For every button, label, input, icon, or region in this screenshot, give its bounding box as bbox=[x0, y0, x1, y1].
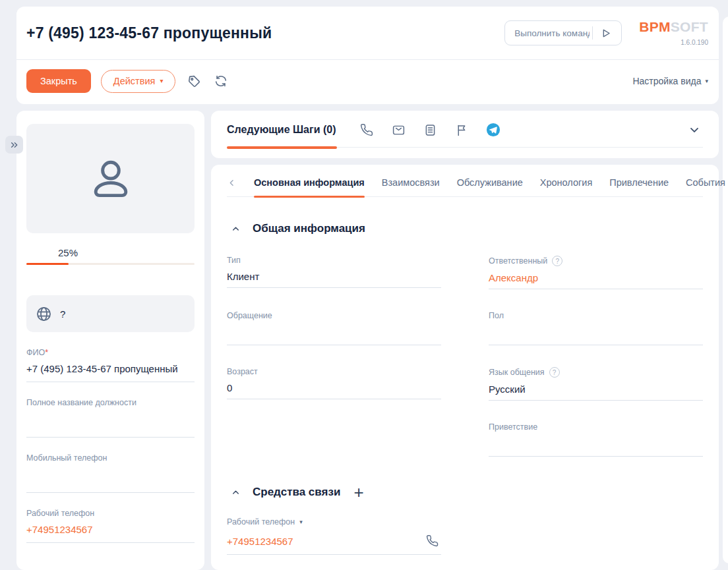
globe-icon bbox=[35, 305, 53, 323]
add-email-button[interactable] bbox=[391, 123, 406, 137]
tab-service[interactable]: Обслуживание bbox=[457, 177, 523, 188]
salutation-value[interactable] bbox=[227, 326, 441, 345]
profile-completeness: 25% bbox=[26, 247, 195, 265]
profile-progress-fill bbox=[26, 263, 69, 265]
refresh-icon bbox=[214, 74, 228, 88]
right-collapsed-panel bbox=[723, 16, 728, 563]
telegram-icon bbox=[486, 122, 501, 138]
field-gender: Пол bbox=[489, 311, 703, 345]
field-salutation: Обращение bbox=[227, 311, 441, 345]
person-icon bbox=[86, 154, 135, 203]
age-value[interactable]: 0 bbox=[227, 382, 441, 399]
fio-label: ФИО bbox=[26, 348, 45, 357]
salutation-label: Обращение bbox=[227, 311, 272, 320]
logo-bpm: BPM bbox=[639, 19, 671, 34]
collapse-communications-button[interactable] bbox=[227, 484, 244, 501]
caret-down-icon: ▾ bbox=[160, 78, 163, 84]
command-separator bbox=[592, 26, 593, 40]
owner-label: Ответственный bbox=[489, 256, 547, 266]
chevron-up-icon bbox=[231, 488, 241, 498]
tab-main-info[interactable]: Основная информация bbox=[254, 177, 365, 188]
tab-engagement[interactable]: Привлечение bbox=[609, 177, 669, 188]
page-title: +7 (495) 123-45-67 пропущенный bbox=[26, 24, 272, 42]
type-label: Тип bbox=[227, 256, 241, 265]
collapse-general-info-button[interactable] bbox=[227, 220, 244, 237]
general-info-grid: Тип Клиент Ответственный ? Александр Обр… bbox=[227, 256, 703, 478]
job-title-value[interactable] bbox=[26, 413, 195, 431]
add-communication-button[interactable]: + bbox=[353, 486, 363, 499]
actions-dropdown[interactable]: Действия ▾ bbox=[101, 70, 176, 93]
language-label: Язык общения bbox=[489, 368, 545, 377]
gender-value[interactable] bbox=[489, 326, 703, 345]
tab-bar: Основная информация Взаимосвязи Обслужив… bbox=[227, 177, 703, 197]
phone-icon bbox=[426, 534, 439, 548]
comm-work-phone-label: Рабочий телефон bbox=[227, 517, 295, 527]
envelope-icon bbox=[392, 123, 406, 137]
logo-soft: SOFT bbox=[671, 19, 708, 34]
general-info-title: Общая информация bbox=[253, 222, 365, 235]
tab-history[interactable]: Хронология bbox=[540, 177, 592, 188]
gender-label: Пол bbox=[489, 311, 504, 320]
field-work-phone: Рабочий телефон +74951234567 bbox=[26, 509, 195, 543]
language-value[interactable]: Русский bbox=[489, 384, 703, 401]
tab-relationships[interactable]: Взаимосвязи bbox=[382, 177, 440, 188]
close-button[interactable]: Закрыть bbox=[26, 69, 91, 93]
social-media-box[interactable]: ? bbox=[26, 295, 195, 332]
type-value[interactable]: Клиент bbox=[227, 271, 441, 288]
grid-spacer bbox=[227, 422, 441, 478]
field-greeting: Приветствие bbox=[489, 422, 703, 457]
bpmsoft-logo: BPMSOFT 1.6.0.190 bbox=[639, 20, 708, 46]
command-bar bbox=[504, 20, 622, 45]
detail-panel: Основная информация Взаимосвязи Обслужив… bbox=[211, 165, 719, 570]
double-chevron-right-icon bbox=[9, 140, 20, 150]
chevron-left-icon bbox=[227, 178, 237, 188]
caret-down-icon: ▾ bbox=[705, 78, 708, 84]
tabs-scroll-left-button[interactable] bbox=[227, 177, 237, 188]
age-label: Возраст bbox=[227, 367, 258, 376]
tags-button[interactable] bbox=[185, 72, 202, 90]
fio-value[interactable]: +7 (495) 123-45-67 пропущенный bbox=[26, 363, 195, 376]
add-call-button[interactable] bbox=[359, 123, 374, 137]
mobile-phone-label: Мобильный телефон bbox=[26, 453, 195, 463]
run-command-button[interactable] bbox=[596, 24, 615, 42]
avatar[interactable] bbox=[26, 124, 195, 233]
communications-title: Средства связи bbox=[253, 486, 340, 499]
next-steps-title: Следующие Шаги (0) bbox=[227, 124, 336, 136]
refresh-button[interactable] bbox=[212, 72, 229, 90]
play-icon bbox=[599, 27, 612, 40]
chevron-down-icon bbox=[688, 123, 701, 136]
header-panel: +7 (495) 123-45-67 пропущенный BPMSOFT 1… bbox=[16, 7, 719, 104]
general-info-section-header: Общая информация bbox=[227, 220, 703, 237]
telegram-button[interactable] bbox=[486, 123, 501, 137]
help-icon[interactable]: ? bbox=[552, 256, 562, 266]
work-phone-value[interactable]: +74951234567 bbox=[26, 524, 195, 536]
field-age: Возраст 0 bbox=[227, 367, 441, 401]
owner-value[interactable]: Александр bbox=[489, 272, 703, 289]
required-mark: * bbox=[45, 348, 48, 357]
greeting-label: Приветствие bbox=[489, 422, 537, 432]
completeness-label: 25% bbox=[58, 247, 195, 258]
help-icon[interactable]: ? bbox=[549, 367, 560, 378]
phone-type-dropdown[interactable]: ▾ bbox=[299, 519, 303, 525]
work-phone-label: Рабочий телефон bbox=[26, 509, 195, 518]
add-milestone-button[interactable] bbox=[454, 123, 469, 137]
call-button[interactable] bbox=[424, 532, 441, 550]
toolbar: Закрыть Действия ▾ Настройка вида ▾ bbox=[16, 60, 719, 93]
command-input[interactable] bbox=[513, 28, 591, 39]
actions-label: Действия bbox=[113, 76, 156, 86]
next-steps-active-underline bbox=[227, 146, 337, 149]
add-task-button[interactable] bbox=[423, 123, 437, 137]
field-job-title: Полное название должности bbox=[26, 398, 195, 438]
communications-section-header: Средства связи + bbox=[227, 484, 703, 501]
comm-work-phone-value[interactable]: +74951234567 bbox=[227, 536, 293, 547]
collapse-next-steps-button[interactable] bbox=[686, 121, 703, 138]
completeness-track bbox=[26, 263, 195, 265]
document-icon bbox=[423, 123, 437, 137]
field-fio: ФИО* +7 (495) 123-45-67 пропущенный bbox=[26, 348, 195, 382]
view-settings-dropdown[interactable]: Настройка вида ▾ bbox=[632, 76, 708, 86]
greeting-value[interactable] bbox=[489, 438, 703, 457]
expand-panel-button[interactable] bbox=[5, 136, 23, 154]
mobile-phone-value[interactable] bbox=[26, 469, 195, 486]
tab-site-events[interactable]: События сайта bbox=[686, 177, 728, 188]
field-owner: Ответственный ? Александр bbox=[489, 256, 703, 289]
